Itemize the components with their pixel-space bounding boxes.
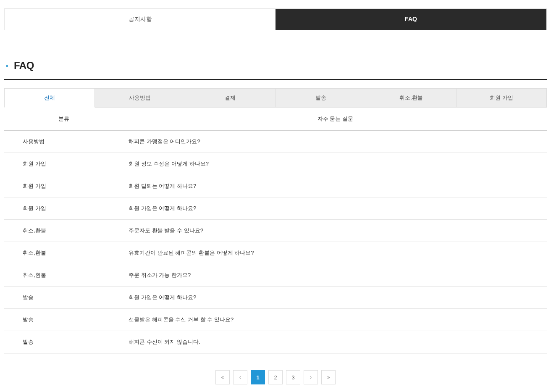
top-tabs: 공지사항 FAQ (4, 8, 547, 30)
page-title-wrap: FAQ (4, 60, 547, 71)
category-tab-payment[interactable]: 결제 (185, 88, 276, 108)
tab-faq[interactable]: FAQ (276, 9, 546, 30)
row-category: 회원 가입 (4, 175, 123, 197)
table-row[interactable]: 발송 선물받은 해피콘을 수신 거부 할 수 있나요? (4, 309, 547, 331)
row-category: 회원 가입 (4, 197, 123, 220)
table-row[interactable]: 취소,환불 유효기간이 만료된 해피콘의 환불은 어떻게 하나요? (4, 242, 547, 264)
page-3-button[interactable]: 3 (286, 370, 300, 384)
chevron-left-icon: ‹ (239, 374, 241, 380)
page-last-button[interactable]: » (321, 370, 336, 384)
row-question: 주문 취소가 가능 한가요? (123, 264, 547, 287)
row-question: 회원 가입은 어떻게 하나요? (123, 287, 547, 309)
header-question: 자주 묻는 질문 (123, 108, 547, 131)
row-question: 회원 가입은 어떻게 하나요? (123, 197, 547, 220)
pagination: « ‹ 1 2 3 › » (4, 370, 547, 384)
page-prev-button[interactable]: ‹ (233, 370, 247, 384)
title-bullet-icon (6, 65, 8, 67)
title-underline (4, 79, 547, 80)
page-next-button[interactable]: › (304, 370, 318, 384)
row-category: 발송 (4, 331, 123, 353)
table-row[interactable]: 취소,환불 주문 취소가 가능 한가요? (4, 264, 547, 287)
row-category: 사용방법 (4, 131, 123, 153)
row-category: 취소,환불 (4, 264, 123, 287)
page-title: FAQ (14, 60, 34, 71)
category-tab-shipping[interactable]: 발송 (276, 88, 366, 108)
page-2-button[interactable]: 2 (268, 370, 283, 384)
row-category: 회원 가입 (4, 153, 123, 175)
row-question: 해피콘 수신이 되지 않습니다. (123, 331, 547, 353)
header-category: 분류 (4, 108, 123, 131)
tab-notice[interactable]: 공지사항 (5, 9, 276, 30)
table-row[interactable]: 발송 해피콘 수신이 되지 않습니다. (4, 331, 547, 353)
table-row[interactable]: 발송 회원 가입은 어떻게 하나요? (4, 287, 547, 309)
table-row[interactable]: 회원 가입 회원 탈퇴는 어떻게 하나요? (4, 175, 547, 197)
category-tab-usage[interactable]: 사용방법 (95, 88, 185, 108)
row-question: 선물받은 해피콘을 수신 거부 할 수 있나요? (123, 309, 547, 331)
table-header-row: 분류 자주 묻는 질문 (4, 108, 547, 131)
row-question: 유효기간이 만료된 해피콘의 환불은 어떻게 하나요? (123, 242, 547, 264)
row-category: 취소,환불 (4, 220, 123, 242)
table-row[interactable]: 회원 가입 회원 가입은 어떻게 하나요? (4, 197, 547, 220)
category-tab-signup[interactable]: 회원 가입 (457, 88, 547, 108)
table-row[interactable]: 회원 가입 회원 정보 수정은 어떻게 하나요? (4, 153, 547, 175)
faq-table: 분류 자주 묻는 질문 사용방법 해피콘 가맹점은 어디인가요? 회원 가입 회… (4, 108, 547, 353)
row-question: 회원 탈퇴는 어떻게 하나요? (123, 175, 547, 197)
page-first-button[interactable]: « (215, 370, 230, 384)
double-chevron-right-icon: » (327, 374, 330, 380)
row-category: 발송 (4, 287, 123, 309)
row-category: 발송 (4, 309, 123, 331)
row-category: 취소,환불 (4, 242, 123, 264)
row-question: 해피콘 가맹점은 어디인가요? (123, 131, 547, 153)
table-row[interactable]: 사용방법 해피콘 가맹점은 어디인가요? (4, 131, 547, 153)
double-chevron-left-icon: « (221, 374, 224, 380)
table-row[interactable]: 취소,환불 주문자도 환불 받을 수 있나요? (4, 220, 547, 242)
row-question: 회원 정보 수정은 어떻게 하나요? (123, 153, 547, 175)
category-tabs: 전체 사용방법 결제 발송 취소,환불 회원 가입 (4, 88, 547, 108)
page-1-button[interactable]: 1 (251, 370, 265, 384)
category-tab-refund[interactable]: 취소,환불 (366, 88, 457, 108)
category-tab-all[interactable]: 전체 (4, 88, 95, 108)
chevron-right-icon: › (310, 374, 312, 380)
row-question: 주문자도 환불 받을 수 있나요? (123, 220, 547, 242)
